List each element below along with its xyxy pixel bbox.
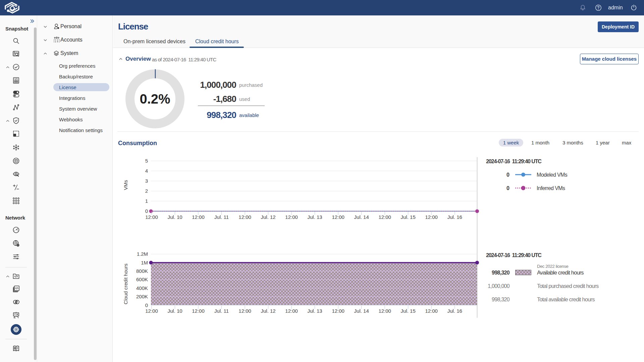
svg-text:12:00: 12:00 <box>192 214 205 220</box>
svg-text:Jul. 12: Jul. 12 <box>261 214 275 220</box>
svg-text:12:00: 12:00 <box>238 308 251 314</box>
svg-text:1M: 1M <box>141 260 148 265</box>
svg-text:Jul. 16: Jul. 16 <box>447 214 462 220</box>
svg-text:Jul. 12: Jul. 12 <box>261 308 275 314</box>
svg-text:Jul. 10: Jul. 10 <box>167 308 182 314</box>
svg-text:800K: 800K <box>136 268 148 274</box>
svg-text:Modeled VMs: Modeled VMs <box>537 172 568 178</box>
svg-text:12:00: 12:00 <box>285 214 298 220</box>
svg-text:12:00: 12:00 <box>425 308 438 314</box>
svg-text:Jul. 14: Jul. 14 <box>354 214 369 220</box>
svg-text:4: 4 <box>145 168 148 174</box>
svg-text:Jul. 16: Jul. 16 <box>447 308 462 314</box>
svg-text:0: 0 <box>506 185 509 191</box>
svg-text:2024-07-16 11:29:40 UTC: 2024-07-16 11:29:40 UTC <box>486 159 542 164</box>
svg-text:Jul. 15: Jul. 15 <box>401 214 416 220</box>
svg-text:12:00: 12:00 <box>378 214 391 220</box>
svg-text:1,000,000: 1,000,000 <box>488 283 510 289</box>
svg-text:5: 5 <box>145 158 148 164</box>
svg-text:Jul. 11: Jul. 11 <box>214 308 229 314</box>
svg-text:12:00: 12:00 <box>378 308 391 314</box>
svg-text:Jul. 11: Jul. 11 <box>214 214 229 220</box>
svg-text:12:00: 12:00 <box>285 308 298 314</box>
svg-text:1.2M: 1.2M <box>137 251 148 257</box>
svg-text:2: 2 <box>145 188 148 194</box>
svg-text:Jul. 13: Jul. 13 <box>307 308 322 314</box>
svg-text:Cloud credit hours: Cloud credit hours <box>123 263 128 304</box>
svg-text:200K: 200K <box>136 294 148 299</box>
svg-text:0: 0 <box>506 172 509 178</box>
svg-text:600K: 600K <box>136 277 148 282</box>
svg-text:Jul. 10: Jul. 10 <box>167 214 182 220</box>
svg-text:0: 0 <box>145 208 148 214</box>
svg-text:Jul. 15: Jul. 15 <box>401 308 416 314</box>
svg-text:12:00: 12:00 <box>332 308 344 314</box>
svg-text:Jul. 13: Jul. 13 <box>307 214 322 220</box>
svg-text:Dec 2022 license: Dec 2022 license <box>537 264 568 269</box>
svg-text:2024-07-16 11:29:40 UTC: 2024-07-16 11:29:40 UTC <box>486 252 542 258</box>
svg-text:1: 1 <box>145 198 148 204</box>
svg-text:Available credit hours: Available credit hours <box>537 269 584 276</box>
svg-text:12:00: 12:00 <box>332 214 344 220</box>
svg-text:Inferred VMs: Inferred VMs <box>537 185 565 191</box>
svg-text:Total available credit hours: Total available credit hours <box>537 296 595 302</box>
svg-text:VMs: VMs <box>123 180 128 190</box>
svg-text:12:00: 12:00 <box>192 308 205 314</box>
svg-text:Jul. 14: Jul. 14 <box>354 308 369 314</box>
svg-text:12:00: 12:00 <box>425 214 438 220</box>
svg-text:12:00: 12:00 <box>145 214 158 220</box>
svg-text:12:00: 12:00 <box>145 308 158 314</box>
svg-text:998,320: 998,320 <box>492 270 510 276</box>
svg-text:0: 0 <box>145 302 148 308</box>
svg-text:3: 3 <box>145 178 148 184</box>
svg-text:998,320: 998,320 <box>492 297 510 302</box>
svg-text:12:00: 12:00 <box>238 214 251 220</box>
svg-text:400K: 400K <box>136 285 148 291</box>
svg-text:Total purchased credit hours: Total purchased credit hours <box>537 283 599 289</box>
